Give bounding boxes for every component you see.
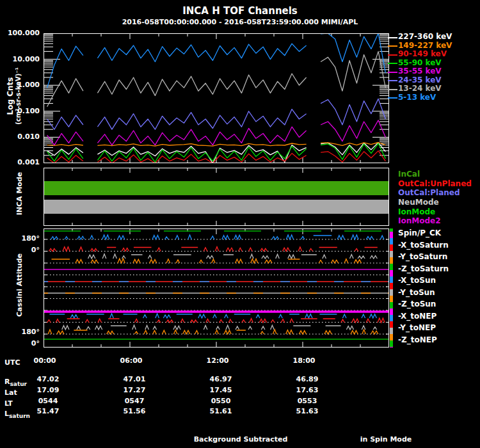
attitude-legend-y-tonep: -Y_toNEP — [398, 323, 436, 332]
legend-leader-tick — [388, 63, 397, 64]
r-value-1200: 46.97 — [198, 375, 243, 383]
legend-leader-tick — [388, 45, 397, 47]
attitude-legend-z-tosun: -Z_toSun — [398, 300, 436, 308]
utc-tick-1200: 12:00 — [197, 356, 238, 365]
spin-mode-note: in Spin Mode — [335, 435, 437, 444]
attitude-legend-z-tosaturn: -Z_toSaturn — [398, 264, 449, 273]
attitude-axis-color-strip-segment — [390, 334, 393, 340]
attitude-axis-color-strip-segment — [390, 302, 393, 308]
attitude-axis-color-strip-segment — [390, 296, 393, 302]
page-title: INCA H TOF Channels — [0, 5, 480, 17]
attitude-axis-color-strip-segment — [390, 283, 393, 289]
attitude-ytick-0-top: 0° — [0, 246, 40, 254]
attitude-axis-color-strip — [390, 228, 393, 348]
background-subtracted-note: Background Subtracted — [164, 435, 317, 444]
attitude-legend-z-tonep: -Z_toNEP — [398, 335, 437, 344]
legend-leader-tick — [388, 89, 397, 90]
attitude-axis-color-strip-segment — [390, 340, 393, 347]
legend-item-55-90: 55-90 keV — [398, 58, 442, 67]
utc-tick-1800: 18:00 — [284, 356, 324, 365]
attitude-legend-y-tosun: -Y_toSun — [398, 288, 435, 297]
attitude-legend-x-tonep: -X_toNEP — [398, 312, 436, 321]
mode-legend-neumode: NeuMode — [398, 198, 439, 207]
legend-item-227-360: 227-360 keV — [398, 32, 452, 41]
attitude-axis-color-strip-segment — [390, 315, 393, 321]
attitude-axis-color-strip-segment — [390, 328, 393, 334]
legend-item-5-13: 5-13 keV — [398, 93, 436, 102]
attitude-legend-x-tosaturn: -X_toSaturn — [398, 241, 449, 250]
attitude-axis-color-strip-segment — [390, 321, 393, 328]
attitude-legend-spin: Spin/P_CK — [398, 228, 441, 237]
mode-legend-incal: InCal — [398, 170, 420, 179]
attitude-ytick-180-top: 180° — [0, 234, 40, 243]
l-value-0600: 51.56 — [112, 407, 157, 415]
time-range: 2016-058T00:00:00.000 - 2016-058T23:59:0… — [0, 18, 480, 26]
attitude-axis-color-strip-segment — [390, 244, 393, 251]
mode-legend-ionmode: IonMode — [398, 207, 435, 216]
legend-leader-tick — [388, 37, 397, 38]
utc-row-label: UTC — [4, 358, 20, 367]
legend-leader-tick — [388, 72, 397, 73]
utc-tick-0000: 00:00 — [24, 356, 65, 365]
mode-legend-outcal-planed: OutCal:Planed — [398, 188, 460, 197]
attitude-axis-color-strip-segment — [390, 308, 393, 315]
attitude-axis-color-strip-segment — [390, 251, 393, 257]
attitude-axis-color-strip-segment — [390, 276, 393, 283]
flux-ytick-10: 10.000 — [0, 55, 40, 63]
mode-legend-outcal-unplaned: OutCal:UnPlaned — [398, 179, 472, 188]
lat-value-0600: 17.27 — [112, 386, 157, 394]
legend-item-13-24: 13-24 keV — [398, 84, 442, 93]
attitude-legend-y-tosaturn: -Y_toSaturn — [398, 252, 447, 261]
attitude-ytick-180-bottom: 180° — [0, 328, 40, 336]
inca-mode-panel — [44, 168, 389, 226]
attitude-axis-color-strip-segment — [390, 232, 393, 238]
lt-value-1200: 0550 — [198, 397, 243, 405]
legend-leader-tick — [388, 54, 397, 56]
attitude-ytick-0-bottom: 0° — [0, 339, 40, 348]
lat-value-0000: 17.09 — [26, 386, 70, 394]
mode-legend-ionmode2: IonMode2 — [398, 216, 441, 225]
r-saturn-row-label: Rsatur — [4, 378, 27, 387]
legend-leader-tick — [388, 80, 397, 81]
lat-row-label: Lat — [4, 388, 17, 397]
l-value-1200: 51.61 — [198, 407, 243, 415]
r-value-0000: 47.02 — [26, 375, 70, 383]
attitude-axis-color-strip-segment — [390, 264, 393, 270]
lt-row-label: LT — [4, 399, 13, 408]
attitude-axis-color-strip-segment — [390, 289, 393, 296]
attitude-axis-color-strip-segment — [390, 270, 393, 276]
attitude-axis-color-strip-segment — [390, 238, 393, 244]
flux-ytick-1: 1.000 — [0, 81, 40, 89]
attitude-axis-color-strip-segment — [390, 347, 393, 348]
legend-item-35-55: 35-55 keV — [398, 67, 442, 76]
lt-value-0600: 0547 — [112, 397, 157, 405]
lat-value-1800: 17.63 — [285, 386, 330, 394]
flux-panel — [44, 33, 389, 163]
legend-item-90-149: 90-149 keV — [398, 49, 447, 58]
legend-leader-tick — [388, 97, 397, 99]
plot-canvas: INCA H TOF Channels 2016-058T00:00:00.00… — [0, 0, 480, 448]
legend-item-149-227: 149-227 keV — [398, 41, 452, 50]
utc-tick-0600: 06:00 — [111, 356, 152, 365]
lt-value-0000: 0544 — [26, 397, 70, 405]
lt-value-1800: 0553 — [285, 397, 330, 405]
r-value-1800: 46.89 — [285, 375, 330, 383]
attitude-axis-color-strip-segment — [390, 257, 393, 264]
l-value-1800: 51.63 — [285, 407, 330, 415]
flux-ytick-0p1: 0.100 — [0, 107, 40, 115]
l-value-0000: 51.47 — [26, 407, 70, 415]
legend-item-24-35: 24-35 keV — [398, 76, 442, 84]
r-value-0600: 47.01 — [112, 375, 157, 383]
cassini-attitude-panel — [44, 228, 389, 348]
attitude-legend-x-tosun: -X_toSun — [398, 276, 436, 285]
lat-value-1200: 17.45 — [198, 386, 243, 394]
flux-ytick-100: 100.000 — [0, 29, 40, 37]
